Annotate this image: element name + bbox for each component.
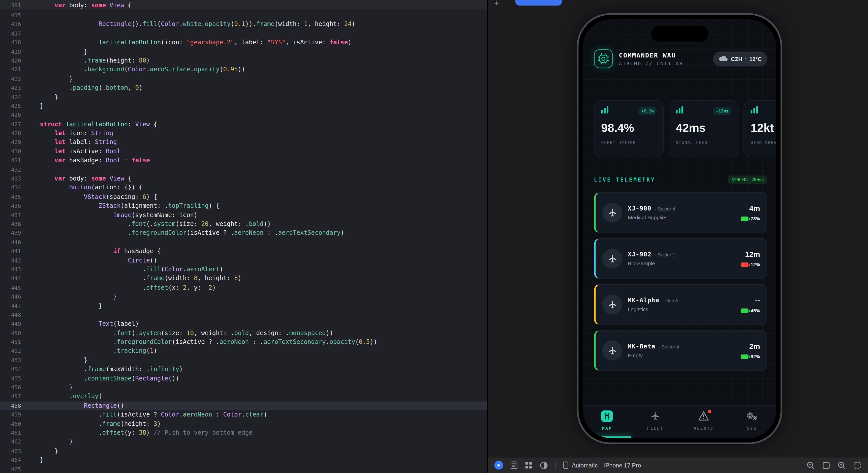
line-number[interactable]: 445: [0, 284, 27, 293]
code-line[interactable]: 458 Rectangle(): [0, 402, 487, 411]
line-number[interactable]: 461: [0, 428, 27, 438]
stats-scroller[interactable]: +2.1%98.4%FLEET UPTIME-12ms42msSIGNAL LO…: [594, 100, 776, 157]
line-number[interactable]: 450: [0, 329, 27, 338]
line-number[interactable]: 442: [0, 256, 27, 265]
line-number[interactable]: 438: [0, 220, 27, 229]
code-line[interactable]: 453 }: [0, 356, 487, 365]
line-number[interactable]: 452: [0, 347, 27, 356]
code-line[interactable]: 447 }: [0, 301, 487, 311]
line-number[interactable]: 433: [0, 175, 27, 183]
tab-alerts[interactable]: ALERTS: [680, 406, 728, 438]
code-line[interactable]: 446 }: [0, 293, 487, 301]
line-number[interactable]: 430: [0, 147, 27, 156]
code-line[interactable]: 463 }: [0, 447, 487, 456]
line-number[interactable]: 423: [0, 84, 27, 93]
code-line[interactable]: 442 Circle(): [0, 256, 487, 265]
line-number[interactable]: 453: [0, 356, 27, 365]
code-line[interactable]: 431 var hasBadge: Bool = false: [0, 156, 487, 166]
code-line[interactable]: 418 TacticalTabButton(icon: "gearshape.2…: [0, 38, 487, 48]
line-number[interactable]: 432: [0, 166, 27, 175]
editor-list-icon[interactable]: [510, 462, 518, 469]
code-line[interactable]: 461 .offset(y: 38) // Push to very botto…: [0, 428, 487, 438]
line-number[interactable]: 460: [0, 419, 27, 428]
code-lines[interactable]: 415416 Rectangle().fill(Color.white.opac…: [0, 11, 487, 473]
code-line[interactable]: 425}: [0, 102, 487, 111]
code-line[interactable]: 464}: [0, 456, 487, 465]
code-line[interactable]: 452 .tracking(1): [0, 347, 487, 356]
code-line[interactable]: 460 .frame(height: 3): [0, 419, 487, 428]
variants-grid-icon[interactable]: [525, 462, 532, 469]
code-line[interactable]: 416 Rectangle().fill(Color.white.opacity…: [0, 20, 487, 29]
line-number[interactable]: 464: [0, 456, 27, 465]
line-number[interactable]: 439: [0, 229, 27, 238]
stat-card[interactable]: -12ms42msSIGNAL LOAD: [669, 100, 739, 157]
line-number[interactable]: 444: [0, 274, 27, 284]
tab-fleet[interactable]: FLEET: [631, 406, 680, 438]
code-line[interactable]: 459 .fill(isActive ? Color.aeroNeon : Co…: [0, 411, 487, 419]
code-line[interactable]: 441 if hasBadge {: [0, 247, 487, 256]
tab-map[interactable]: MAP: [583, 406, 631, 438]
code-line[interactable]: 433 var body: some View {: [0, 175, 487, 183]
code-line[interactable]: 415: [0, 11, 487, 20]
line-number[interactable]: 431: [0, 156, 27, 166]
line-number[interactable]: 454: [0, 365, 27, 374]
code-line[interactable]: 391 var body: some View {: [0, 0, 487, 10]
code-line[interactable]: 424 }: [0, 93, 487, 102]
line-number[interactable]: 391: [0, 0, 27, 10]
code-line[interactable]: 437 Image(systemName: icon): [0, 211, 487, 220]
code-line[interactable]: 444 .frame(width: 8, height: 8): [0, 274, 487, 284]
line-number[interactable]: 429: [0, 138, 27, 147]
code-line[interactable]: 455 .contentShape(Rectangle()): [0, 374, 487, 383]
code-line[interactable]: 417: [0, 29, 487, 38]
tab-sys[interactable]: SYS: [728, 406, 776, 438]
zoom-out-icon[interactable]: [806, 461, 815, 470]
run-destination-selector[interactable]: Automatic – iPhone 17 Pro: [563, 462, 641, 469]
line-number[interactable]: 456: [0, 383, 27, 392]
line-number[interactable]: 428: [0, 129, 27, 138]
line-number[interactable]: 446: [0, 293, 27, 301]
code-line[interactable]: 428 let icon: String: [0, 129, 487, 138]
line-number[interactable]: 422: [0, 75, 27, 84]
line-number[interactable]: 455: [0, 374, 27, 383]
weather-pill[interactable]: CZH • 12°C: [713, 51, 768, 66]
code-line[interactable]: 429 let label: String: [0, 138, 487, 147]
code-line[interactable]: 448: [0, 311, 487, 320]
line-number[interactable]: 447: [0, 301, 27, 311]
add-icon[interactable]: +: [494, 0, 499, 8]
line-number[interactable]: 425: [0, 102, 27, 111]
code-line[interactable]: 456 }: [0, 383, 487, 392]
line-number[interactable]: 459: [0, 411, 27, 419]
code-line[interactable]: 462 ): [0, 438, 487, 447]
code-line[interactable]: 432: [0, 166, 487, 175]
code-line[interactable]: 435 VStack(spacing: 6) {: [0, 193, 487, 202]
code-line[interactable]: 457 .overlay(: [0, 392, 487, 402]
code-line[interactable]: 445 .offset(x: 2, y: -2): [0, 284, 487, 293]
play-icon[interactable]: ▶: [494, 461, 503, 470]
code-line[interactable]: 430 let isActive: Bool: [0, 147, 487, 156]
line-number[interactable]: 441: [0, 247, 27, 256]
code-line[interactable]: 451 .foregroundColor(isActive ? .aeroNeo…: [0, 338, 487, 347]
code-line[interactable]: 420 .frame(height: 80): [0, 57, 487, 65]
code-line[interactable]: 426: [0, 111, 487, 120]
code-line[interactable]: 438 .font(.system(size: 20, weight: .bol…: [0, 220, 487, 229]
line-number[interactable]: 426: [0, 111, 27, 120]
code-line[interactable]: 450 .font(.system(size: 10, weight: .bol…: [0, 329, 487, 338]
stat-card[interactable]: +2.1%98.4%FLEET UPTIME: [594, 100, 664, 157]
flight-card[interactable]: XJ-900· Sector 4Medical Supplies4m78%: [594, 192, 767, 233]
code-line[interactable]: 434 Button(action: {}) {: [0, 183, 487, 193]
zoom-fit-icon[interactable]: [853, 461, 862, 470]
line-number[interactable]: 420: [0, 57, 27, 65]
line-number[interactable]: 437: [0, 211, 27, 220]
code-line[interactable]: 449 Text(label): [0, 320, 487, 329]
code-line[interactable]: 419 }: [0, 48, 487, 57]
code-line[interactable]: 436 ZStack(alignment: .topTrailing) {: [0, 202, 487, 211]
code-line[interactable]: 440: [0, 238, 487, 247]
code-line[interactable]: 454 .frame(maxWidth: .infinity): [0, 365, 487, 374]
line-number[interactable]: 465: [0, 465, 27, 473]
line-number[interactable]: 463: [0, 447, 27, 456]
code-line[interactable]: 427struct TacticalTabButton: View {: [0, 120, 487, 129]
line-number[interactable]: 419: [0, 48, 27, 57]
line-number[interactable]: 462: [0, 438, 27, 447]
code-line[interactable]: 439 .foregroundColor(isActive ? .aeroNeo…: [0, 229, 487, 238]
line-number[interactable]: 418: [0, 38, 27, 48]
